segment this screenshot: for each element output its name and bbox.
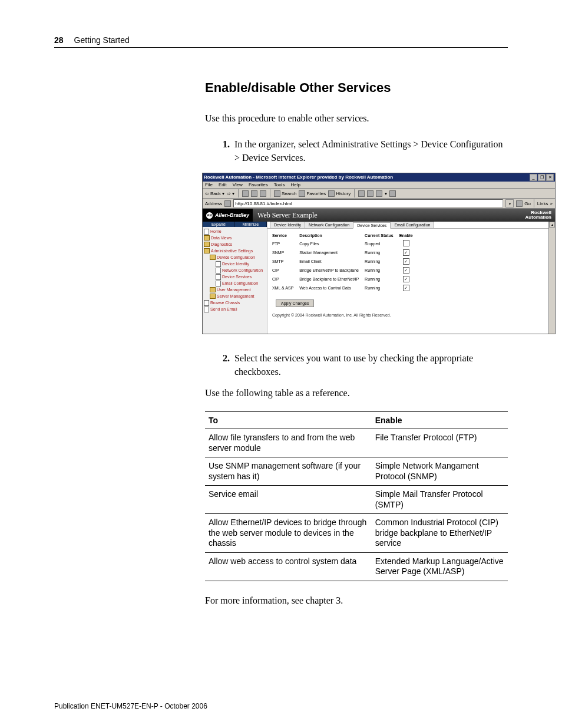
svc-name: SMTP — [272, 257, 299, 266]
folder-icon — [210, 255, 216, 260]
expand-button[interactable]: Expand — [203, 222, 235, 227]
svc-status: Running — [365, 257, 399, 266]
reference-table: To Enable Allow file tyransfers to and f… — [205, 411, 508, 581]
tab-device-identity[interactable]: Device Identity — [270, 222, 305, 228]
menu-edit[interactable]: Edit — [219, 182, 227, 187]
scroll-up-icon[interactable]: ▴ — [549, 222, 555, 228]
scrollbar[interactable]: ▴ — [548, 222, 555, 334]
section-title: Enable/disable Other Services — [205, 80, 508, 95]
svc-desc: Station Management — [299, 248, 365, 257]
nav-devconf[interactable]: Device Configuration — [210, 254, 266, 261]
history-icon — [328, 190, 335, 197]
enable-checkbox[interactable] — [403, 240, 409, 246]
step-2: Select the services you want to use by c… — [232, 352, 508, 378]
go-icon[interactable] — [516, 200, 523, 207]
history-button[interactable]: History — [328, 190, 351, 197]
address-dropdown[interactable]: ▾ — [505, 199, 514, 207]
nav-usermgmt[interactable]: User Management — [210, 286, 266, 293]
separator — [534, 199, 534, 207]
tab-bar: Device Identity Network Configuration De… — [267, 222, 548, 229]
page-icon — [216, 261, 221, 267]
svc-desc: Bridge Backplane to EtherNet/IP — [299, 275, 365, 284]
folder-icon — [210, 287, 216, 292]
print-icon[interactable] — [367, 190, 373, 197]
nav-emailconf[interactable]: Email Configuration — [216, 280, 266, 286]
minimize-button[interactable]: Minimize — [235, 222, 267, 227]
menu-favorites[interactable]: Favorites — [249, 182, 268, 187]
svc-desc: Copy Files — [299, 239, 365, 248]
tab-network-config[interactable]: Network Configuration — [305, 222, 353, 228]
back-button[interactable]: ⇦ Back ▾ — [205, 191, 224, 196]
menu-file[interactable]: File — [205, 182, 213, 187]
maximize-button[interactable]: ❐ — [538, 174, 546, 181]
tab-device-services[interactable]: Device Services — [353, 222, 391, 229]
enable-checkbox[interactable]: ✓ — [403, 258, 409, 265]
edit-icon[interactable] — [376, 190, 382, 197]
search-icon — [274, 190, 280, 197]
tab-email-config[interactable]: Email Configuration — [390, 222, 434, 228]
running-head: 28 Getting Started — [54, 35, 508, 48]
cell-to: Service email — [205, 486, 372, 514]
services-table: Service Description Current Status Enabl… — [272, 232, 419, 292]
screenshot: Rockwell Automation - Microsoft Internet… — [202, 173, 561, 334]
copyright: Copyright © 2004 Rockwell Automation, In… — [267, 311, 548, 323]
enable-checkbox[interactable]: ✓ — [403, 285, 409, 291]
nav-sendemail[interactable]: Send an Email — [204, 306, 266, 312]
allen-bradley-logo: AB Allen-Bradley — [203, 209, 253, 222]
separator — [270, 189, 270, 197]
svc-row: CIP Bridge Backplane to EtherNet/IP Runn… — [272, 275, 419, 284]
svc-desc: Bridge EtherNet/IP to Backplane — [299, 266, 365, 275]
sidebar: Expand Minimize Home Data Views Diagnost… — [203, 222, 267, 334]
svc-row: SMTP Email Client Running ✓ — [272, 257, 419, 266]
chapter-ref: For more information, see chapter 3. — [205, 594, 508, 607]
window-buttons: _ ❐ ✕ — [530, 174, 554, 181]
minimize-button[interactable]: _ — [530, 174, 537, 181]
links-label[interactable]: Links — [537, 201, 548, 206]
home-icon[interactable] — [260, 190, 266, 197]
discuss-icon[interactable] — [389, 190, 396, 197]
enable-checkbox[interactable]: ✓ — [403, 267, 409, 274]
page-icon — [216, 268, 221, 274]
publication-note: Publication ENET-UM527E-EN-P - October 2… — [54, 702, 207, 710]
col-status: Current Status — [365, 232, 399, 239]
forward-button[interactable]: ⇨ ▾ — [227, 191, 234, 196]
folder-icon — [204, 242, 210, 247]
address-input[interactable] — [233, 199, 503, 207]
toolbar: ⇦ Back ▾ ⇨ ▾ Search Favorites History ▾ — [203, 189, 555, 199]
apply-button[interactable]: Apply Changes — [276, 299, 314, 307]
table-row: Service email Simple Mail Transfer Proto… — [205, 486, 508, 514]
svc-status: Running — [365, 248, 399, 257]
menu-help[interactable]: Help — [290, 182, 300, 187]
svc-status: Stopped — [365, 239, 399, 248]
svc-row: SNMP Station Management Running ✓ — [272, 248, 419, 257]
refresh-icon[interactable] — [251, 190, 257, 197]
mail-icon[interactable] — [358, 190, 365, 197]
nav-browsechassis[interactable]: Browse Chassis — [204, 299, 266, 306]
go-label[interactable]: Go — [524, 201, 531, 206]
nav-devsvc[interactable]: Device Services — [216, 274, 266, 280]
enable-checkbox[interactable]: ✓ — [403, 276, 409, 282]
nav-netconf[interactable]: Network Configuration — [216, 267, 266, 274]
close-button[interactable]: ✕ — [546, 174, 554, 181]
nav-devid[interactable]: Device Identity — [216, 261, 266, 267]
enable-checkbox[interactable]: ✓ — [403, 249, 409, 256]
nav-admin[interactable]: Administrative Settings — [204, 248, 266, 254]
table-intro: Use the following table as a reference. — [205, 387, 508, 400]
page-icon — [216, 281, 221, 286]
col-enable: Enable — [399, 232, 419, 239]
ab-logo-icon: AB — [206, 212, 213, 219]
nav-dataviews[interactable]: Data Views — [204, 235, 266, 241]
nav-servermgmt[interactable]: Server Management — [210, 293, 266, 299]
menu-tools[interactable]: Tools — [274, 182, 285, 187]
cell-to: Allow file tyransfers to and from the we… — [205, 429, 372, 457]
search-button[interactable]: Search — [274, 190, 296, 197]
table-row: Allow web access to control system data … — [205, 552, 508, 581]
nav-home[interactable]: Home — [204, 228, 266, 235]
favorites-button[interactable]: Favorites — [299, 190, 326, 197]
page-title: Web Server Example — [253, 211, 318, 220]
nav-diagnostics[interactable]: Diagnostics — [204, 241, 266, 248]
menu-view[interactable]: View — [233, 182, 243, 187]
col-to: To — [205, 412, 372, 429]
stop-icon[interactable] — [242, 190, 249, 197]
page-icon — [204, 307, 209, 312]
